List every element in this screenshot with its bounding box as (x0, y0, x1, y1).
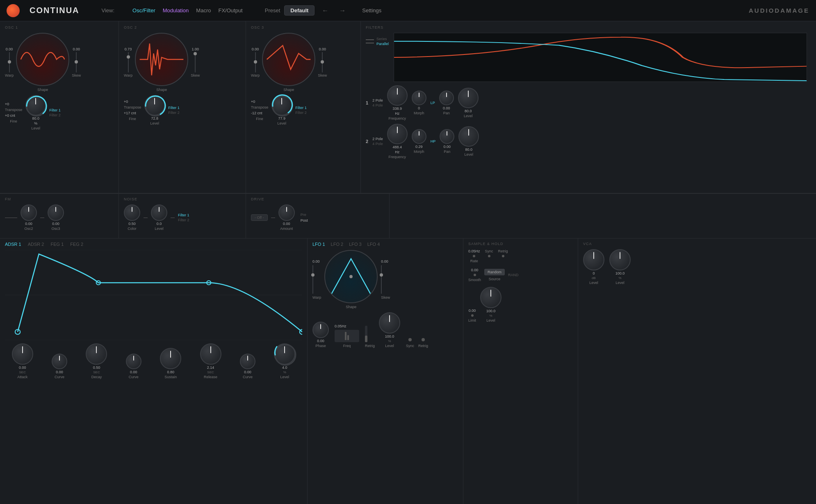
sh-sync-dot[interactable] (488, 255, 490, 257)
adsr-level-knob[interactable]: 4.0 % Level (274, 343, 295, 379)
lfo-tab-3[interactable]: LFO 3 (349, 242, 362, 247)
vca-level2-value: 100.0 (615, 271, 625, 275)
osc1-level-knob[interactable]: 80.0 % Level (25, 95, 46, 130)
settings-button[interactable]: Settings (362, 7, 381, 14)
prev-preset-button[interactable]: ← (319, 6, 332, 15)
lfo-warp-value: 0.00 (312, 259, 321, 263)
nav-fx-output[interactable]: FX/Output (218, 7, 242, 14)
release-curve-knob[interactable]: 0.00 Curve (240, 354, 255, 379)
osc3-warp-value: 0.00 (252, 47, 259, 51)
osc3-filter2[interactable]: Filter 2 (295, 111, 307, 115)
sustain-knob[interactable]: 0.80 Sustain (160, 348, 181, 379)
drive-post[interactable]: Post (301, 218, 308, 222)
nav-osc-filter[interactable]: Osc/Filter (132, 7, 155, 14)
osc2-warp-slider[interactable]: 0.73 Warp (124, 47, 132, 77)
filter2-level-knob[interactable]: 80.0 Level (458, 126, 479, 157)
parallel-option[interactable]: Parallel (376, 42, 389, 46)
sh-smooth-dot[interactable] (474, 274, 476, 276)
drive-amount-knob[interactable]: 0.00 Amount (278, 204, 295, 231)
filter2-4pole[interactable]: 4 Pole (372, 142, 383, 146)
lfo-retrig-dot[interactable] (422, 338, 425, 341)
filter1-morph-label: Morph (414, 111, 424, 115)
osc1-shape-display[interactable] (16, 33, 69, 86)
osc3-shape-display[interactable] (262, 33, 315, 86)
feg-tab-1[interactable]: FEG 1 (51, 242, 64, 247)
drive-pre[interactable]: Pre (301, 213, 308, 217)
vca-level-value: 0 (593, 271, 595, 275)
attack-curve-knob[interactable]: 0.00 Curve (52, 354, 67, 379)
drive-type-selector[interactable]: - Off - (251, 214, 268, 221)
filter2-freq-knob[interactable]: 488.4 Hz Frequency (387, 124, 408, 159)
sh-rate-dot[interactable] (473, 255, 475, 257)
sh-limit-dot[interactable] (471, 314, 474, 317)
filter1-type[interactable]: LP (431, 101, 435, 105)
adsr-tab-2[interactable]: ADSR 2 (28, 242, 44, 247)
sh-retrig-dot[interactable] (502, 255, 504, 257)
lfo-shape-display[interactable] (324, 250, 378, 303)
filter1-4pole[interactable]: 4 Pole (372, 103, 383, 107)
osc2-skew-slider[interactable]: 1.00 Skew (191, 47, 200, 77)
osc3-level-label: Level (277, 121, 286, 125)
osc1-filter2[interactable]: Filter 2 (49, 113, 61, 117)
filter1-morph-knob[interactable]: 0 Morph (412, 91, 426, 115)
filter2-poles[interactable]: 2 Pole 4 Pole (372, 137, 383, 146)
lfo-phase-knob[interactable]: 0.00 Phase (312, 322, 329, 348)
osc2-level-knob[interactable]: 72.8 Level (144, 95, 165, 125)
lfo-tab-2[interactable]: LFO 2 (331, 242, 344, 247)
fm-osc3-knob[interactable]: 0.00 Osc3 (48, 204, 64, 231)
nav-modulation[interactable]: Modulation (163, 7, 189, 14)
attack-label: Attack (17, 375, 27, 379)
filter2-2pole[interactable]: 2 Pole (372, 137, 383, 141)
series-parallel-toggle[interactable]: Series Parallel (376, 37, 389, 46)
osc1-filter1[interactable]: Filter 1 (49, 108, 61, 112)
vca-level2-knob[interactable]: 100.0 % Level (609, 249, 631, 285)
next-preset-button[interactable]: → (336, 6, 349, 15)
noise-filter1[interactable]: Filter 1 (178, 213, 189, 217)
osc1-skew-slider[interactable]: 0.00 Skew (72, 47, 81, 77)
osc3-level-knob[interactable]: 77.9 Level (271, 95, 292, 125)
filter1-level-value: 80.0 (465, 109, 472, 113)
filter2-type[interactable]: HP (431, 139, 436, 143)
noise-color-knob[interactable]: 0.50 Color (124, 204, 140, 231)
nav-macro[interactable]: Macro (196, 7, 211, 14)
decay-curve-knob[interactable]: 0.00 Curve (126, 354, 141, 379)
filter2-controls: 2 2 Pole 4 Pole 488.4 Hz Frequency 0.29 … (366, 124, 811, 159)
lfo-sync-dot[interactable] (408, 338, 412, 341)
filter1-2pole[interactable]: 2 Pole (372, 98, 383, 102)
brand-name: AUDIODAMAGE (749, 7, 809, 14)
fm-osc2-knob[interactable]: 0.00 Osc2 (21, 204, 37, 231)
lfo-tab-4[interactable]: LFO 4 (367, 242, 380, 247)
noise-filter2[interactable]: Filter 2 (178, 218, 189, 222)
feg-tab-2[interactable]: FEG 2 (70, 242, 83, 247)
lfo-level-knob[interactable]: 100.0 % Level (379, 312, 400, 348)
lfo-tab-1[interactable]: LFO 1 (312, 242, 325, 247)
filter1-level-knob[interactable]: 80.0 Level (458, 88, 479, 118)
filter1-freq-knob[interactable]: 338.9 Hz Frequency (387, 85, 408, 120)
lfo-phase-label: Phase (315, 344, 326, 348)
osc3-filter1[interactable]: Filter 1 (295, 106, 307, 110)
osc3-skew-slider[interactable]: 0.00 Skew (318, 47, 327, 77)
noise-level-knob[interactable]: 0.0 Level (151, 204, 167, 231)
decay-knob[interactable]: 0.50 SEC Decay (86, 343, 107, 379)
osc2-filter2[interactable]: Filter 2 (168, 111, 180, 115)
vca-level-knob[interactable]: 0 dB Level (583, 249, 604, 285)
sh-level-knob[interactable]: 100.0 % Level (480, 287, 501, 322)
series-option[interactable]: Series (376, 37, 389, 41)
filter1-poles[interactable]: 2 Pole 4 Pole (372, 98, 383, 107)
filter1-pan-knob[interactable]: 0.00 Pan (439, 91, 454, 115)
adsr-tab-1[interactable]: ADSR 1 (5, 242, 21, 247)
osc1-warp-slider[interactable]: 0.00 Warp (5, 47, 14, 77)
osc2-filter1[interactable]: Filter 1 (168, 106, 180, 110)
osc1-main-row: 0.00 Warp Shape 0.00 (5, 33, 114, 92)
release-knob[interactable]: 2.14 SEC Release (200, 343, 221, 379)
attack-unit: SEC (19, 370, 25, 374)
osc3-warp-slider[interactable]: 0.00 Warp (251, 47, 260, 77)
osc2-skew-value: 1.00 (191, 47, 199, 51)
filter2-pan-knob[interactable]: 0.00 Pan (440, 129, 454, 154)
decay-curve-value: 0.00 (130, 370, 137, 374)
attack-knob[interactable]: 0.00 SEC Attack (12, 343, 33, 379)
osc2-shape-display[interactable] (135, 33, 188, 86)
filter2-morph-knob[interactable]: 0.29 Morph (412, 129, 426, 154)
preset-selector[interactable]: Default (284, 5, 315, 16)
sh-source-selector[interactable]: Random (484, 269, 505, 275)
